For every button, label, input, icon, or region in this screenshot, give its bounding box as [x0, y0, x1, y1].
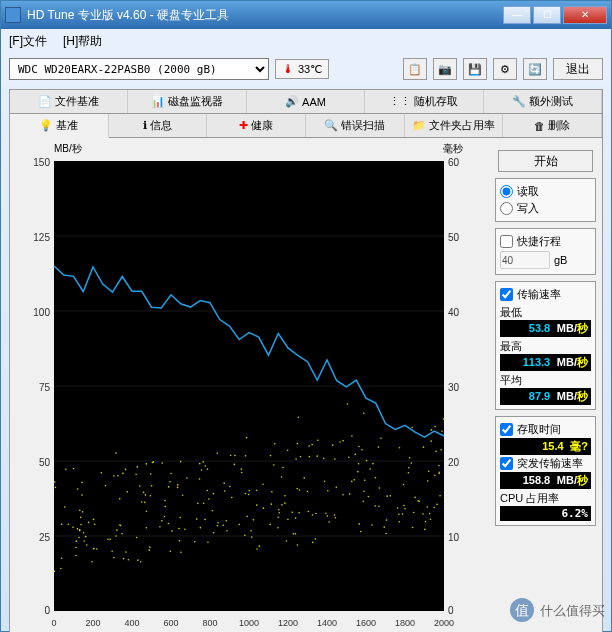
tab-file-benchmark[interactable]: 📄文件基准 — [10, 90, 128, 113]
svg-point-123 — [323, 457, 325, 459]
svg-point-271 — [436, 504, 438, 506]
svg-point-58 — [93, 519, 95, 521]
svg-text:10: 10 — [448, 532, 460, 543]
svg-point-47 — [358, 446, 360, 448]
svg-point-220 — [422, 513, 424, 515]
min-value: 53.8 MB/秒 — [500, 320, 591, 337]
drive-select[interactable]: WDC WD20EARX-22PASB0 (2000 gB) — [9, 58, 269, 80]
svg-point-165 — [362, 501, 364, 503]
svg-point-144 — [164, 500, 166, 502]
thermometer-icon: 🌡 — [282, 62, 294, 76]
svg-point-193 — [226, 530, 228, 532]
svg-point-282 — [64, 506, 66, 508]
svg-point-209 — [316, 455, 318, 457]
write-radio[interactable] — [500, 202, 513, 215]
titlebar: HD Tune 专业版 v4.60 - 硬盘专业工具 — ☐ ✕ — [1, 1, 611, 29]
tab-folder-usage[interactable]: 📁文件夹占用率 — [405, 114, 504, 137]
refresh-button[interactable]: 🔄 — [523, 58, 547, 80]
tab-info[interactable]: ℹ信息 — [109, 114, 208, 137]
close-button[interactable]: ✕ — [563, 6, 607, 24]
options-button[interactable]: ⚙ — [493, 58, 517, 80]
svg-point-60 — [234, 464, 236, 466]
tab-error-scan[interactable]: 🔍错误扫描 — [306, 114, 405, 137]
save-button[interactable]: 💾 — [463, 58, 487, 80]
svg-point-296 — [109, 539, 111, 541]
speaker-icon: 🔊 — [285, 95, 299, 108]
svg-point-170 — [151, 485, 153, 487]
y-right-label: 毫秒 — [443, 142, 463, 156]
svg-point-51 — [351, 435, 353, 437]
access-time-checkbox[interactable] — [500, 423, 513, 436]
svg-point-75 — [135, 473, 137, 475]
test-icon: 🔧 — [512, 95, 526, 108]
burst-rate-checkbox[interactable] — [500, 457, 513, 470]
menu-help[interactable]: [H]帮助 — [63, 33, 102, 50]
svg-point-112 — [125, 469, 127, 471]
svg-point-177 — [428, 470, 430, 472]
svg-point-31 — [399, 447, 401, 449]
menu-file[interactable]: [F]文件 — [9, 33, 47, 50]
cpu-usage-label: CPU 占用率 — [500, 491, 591, 506]
short-stroke-checkbox[interactable] — [500, 235, 513, 248]
tab-benchmark[interactable]: 💡基准 — [10, 114, 109, 138]
svg-point-40 — [349, 493, 351, 495]
tabs-row-bottom: 💡基准 ℹ信息 ✚健康 🔍错误扫描 📁文件夹占用率 🗑删除 — [10, 114, 602, 138]
svg-point-76 — [61, 524, 63, 526]
svg-text:150: 150 — [33, 157, 50, 168]
svg-point-41 — [101, 472, 103, 474]
tab-health[interactable]: ✚健康 — [207, 114, 306, 137]
tab-aam[interactable]: 🔊AAM — [247, 90, 365, 113]
svg-point-148 — [61, 557, 63, 559]
svg-point-105 — [207, 468, 209, 470]
cpu-usage-value: 6.2% — [500, 506, 591, 521]
svg-point-303 — [73, 468, 75, 470]
svg-point-202 — [83, 532, 85, 534]
svg-point-162 — [170, 473, 172, 475]
svg-point-49 — [291, 511, 293, 513]
svg-point-45 — [311, 444, 313, 446]
screenshot-button[interactable]: 📷 — [433, 58, 457, 80]
svg-point-141 — [379, 487, 381, 489]
tab-disk-monitor[interactable]: 📊磁盘监视器 — [128, 90, 246, 113]
svg-point-235 — [287, 449, 289, 451]
svg-point-96 — [202, 461, 204, 463]
svg-point-304 — [411, 462, 413, 464]
svg-point-250 — [378, 446, 380, 448]
svg-point-290 — [431, 429, 433, 431]
tab-random-access[interactable]: ⋮⋮随机存取 — [365, 90, 483, 113]
svg-text:200: 200 — [85, 618, 100, 628]
exit-button[interactable]: 退出 — [553, 58, 603, 80]
maximize-button[interactable]: ☐ — [533, 6, 561, 24]
tab-extra-test[interactable]: 🔧额外测试 — [484, 90, 602, 113]
svg-point-102 — [148, 549, 150, 551]
svg-point-257 — [429, 513, 431, 515]
svg-text:600: 600 — [163, 618, 178, 628]
start-button[interactable]: 开始 — [498, 150, 593, 172]
copy-info-button[interactable]: 📋 — [403, 58, 427, 80]
svg-text:1200: 1200 — [278, 618, 298, 628]
svg-point-62 — [241, 472, 243, 474]
svg-point-77 — [408, 467, 410, 469]
read-radio[interactable] — [500, 185, 513, 198]
transfer-rate-checkbox[interactable] — [500, 288, 513, 301]
svg-point-243 — [81, 482, 83, 484]
minimize-button[interactable]: — — [503, 6, 531, 24]
benchmark-chart: MB/秒 毫秒 150125100 7550250 60504 — [14, 142, 493, 632]
svg-point-246 — [143, 492, 145, 494]
svg-point-308 — [149, 495, 151, 497]
tab-erase[interactable]: 🗑删除 — [503, 114, 602, 137]
svg-point-292 — [197, 503, 199, 505]
svg-text:25: 25 — [39, 532, 51, 543]
watermark: 值什么值得买 — [508, 596, 608, 628]
svg-point-184 — [271, 503, 273, 505]
monitor-icon: 📊 — [151, 95, 165, 108]
svg-point-273 — [179, 540, 181, 542]
svg-point-259 — [366, 460, 368, 462]
svg-point-199 — [369, 468, 371, 470]
svg-point-111 — [438, 465, 440, 467]
svg-point-210 — [281, 504, 283, 506]
svg-point-217 — [196, 518, 198, 520]
svg-point-118 — [240, 468, 242, 470]
short-stroke-value[interactable] — [500, 251, 550, 269]
svg-text:值: 值 — [515, 602, 529, 618]
